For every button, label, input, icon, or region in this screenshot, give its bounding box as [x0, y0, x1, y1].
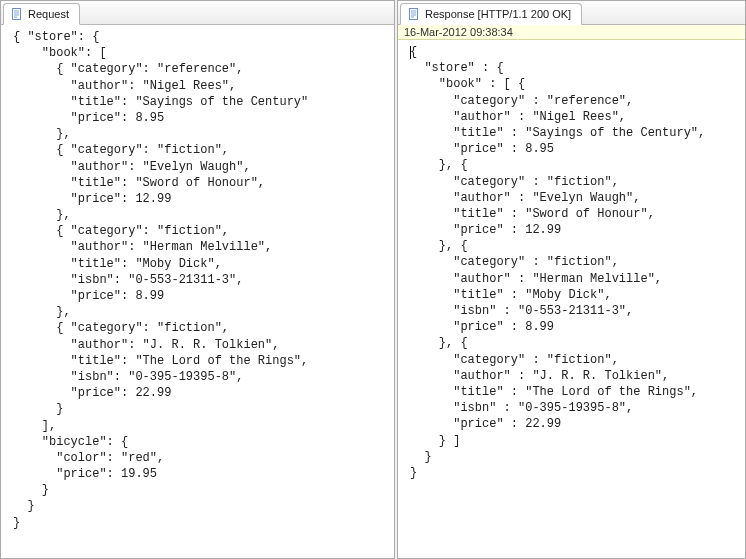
- request-code-area[interactable]: { "store": { "book": [ { "category": "re…: [1, 25, 394, 558]
- code-line: "title" : "The Lord of the Rings",: [410, 384, 737, 400]
- code-line: "bicycle": {: [13, 434, 386, 450]
- code-line: "title" : "Sword of Honour",: [410, 206, 737, 222]
- code-line: "price": 12.99: [13, 191, 386, 207]
- code-line: "category" : "reference",: [410, 93, 737, 109]
- text-caret: [410, 46, 411, 59]
- code-line: "price": 8.95: [13, 110, 386, 126]
- request-panel: Request { "store": { "book": [ { "catego…: [0, 0, 395, 559]
- response-panel: Response [HTTP/1.1 200 OK] 16-Mar-2012 0…: [397, 0, 746, 559]
- code-line: }: [13, 482, 386, 498]
- code-line: "price" : 12.99: [410, 222, 737, 238]
- code-line: "price" : 22.99: [410, 416, 737, 432]
- code-line: "book" : [ {: [410, 76, 737, 92]
- code-line: { "category": "reference",: [13, 61, 386, 77]
- code-line: "price" : 8.99: [410, 319, 737, 335]
- svg-rect-0: [13, 9, 21, 20]
- code-line: }: [410, 465, 737, 481]
- code-line: "price" : 8.95: [410, 141, 737, 157]
- code-line: }: [13, 515, 386, 531]
- code-line: "color": "red",: [13, 450, 386, 466]
- code-line: }, {: [410, 238, 737, 254]
- code-line: "author" : "J. R. R. Tolkien",: [410, 368, 737, 384]
- response-tab-label: Response [HTTP/1.1 200 OK]: [425, 8, 571, 20]
- code-line: "author" : "Herman Melville",: [410, 271, 737, 287]
- code-line: "book": [: [13, 45, 386, 61]
- code-line: "category" : "fiction",: [410, 352, 737, 368]
- code-line: },: [13, 207, 386, 223]
- code-line: "price": 22.99: [13, 385, 386, 401]
- code-line: "title" : "Moby Dick",: [410, 287, 737, 303]
- code-line: "title" : "Sayings of the Century",: [410, 125, 737, 141]
- code-line: "store" : {: [410, 60, 737, 76]
- code-line: "isbn": "0-553-21311-3",: [13, 272, 386, 288]
- code-line: "author": "Herman Melville",: [13, 239, 386, 255]
- code-line: { "category": "fiction",: [13, 320, 386, 336]
- code-line: }, {: [410, 335, 737, 351]
- code-line: "author" : "Nigel Rees",: [410, 109, 737, 125]
- code-line: "isbn" : "0-553-21311-3",: [410, 303, 737, 319]
- code-line: },: [13, 304, 386, 320]
- code-line: "isbn": "0-395-19395-8",: [13, 369, 386, 385]
- code-line: "price": 19.95: [13, 466, 386, 482]
- code-line: "isbn" : "0-395-19395-8",: [410, 400, 737, 416]
- code-line: "author": "Evelyn Waugh",: [13, 159, 386, 175]
- code-line: }: [13, 401, 386, 417]
- code-line: "author" : "Evelyn Waugh",: [410, 190, 737, 206]
- code-line: "title": "Sword of Honour",: [13, 175, 386, 191]
- code-line: } ]: [410, 433, 737, 449]
- request-tab-label: Request: [28, 8, 69, 20]
- code-line: }: [13, 498, 386, 514]
- code-line: "title": "The Lord of the Rings",: [13, 353, 386, 369]
- code-line: "title": "Sayings of the Century": [13, 94, 386, 110]
- code-line: }: [410, 449, 737, 465]
- code-line: {: [410, 44, 737, 60]
- code-line: { "category": "fiction",: [13, 223, 386, 239]
- document-icon: [407, 7, 421, 21]
- code-line: "title": "Moby Dick",: [13, 256, 386, 272]
- response-tab[interactable]: Response [HTTP/1.1 200 OK]: [400, 3, 582, 25]
- code-line: "author": "Nigel Rees",: [13, 78, 386, 94]
- code-line: ],: [13, 418, 386, 434]
- code-line: "price": 8.99: [13, 288, 386, 304]
- response-code-area[interactable]: { "store" : { "book" : [ { "category" : …: [398, 40, 745, 558]
- request-tab-bar: Request: [1, 1, 394, 25]
- code-line: { "store": {: [13, 29, 386, 45]
- response-tab-bar: Response [HTTP/1.1 200 OK]: [398, 1, 745, 25]
- response-timestamp: 16-Mar-2012 09:38:34: [398, 25, 745, 40]
- code-line: },: [13, 126, 386, 142]
- code-line: { "category": "fiction",: [13, 142, 386, 158]
- request-tab[interactable]: Request: [3, 3, 80, 25]
- code-line: }, {: [410, 157, 737, 173]
- code-line: "category" : "fiction",: [410, 254, 737, 270]
- code-line: "author": "J. R. R. Tolkien",: [13, 337, 386, 353]
- code-line: "category" : "fiction",: [410, 174, 737, 190]
- document-icon: [10, 7, 24, 21]
- svg-rect-1: [410, 9, 418, 20]
